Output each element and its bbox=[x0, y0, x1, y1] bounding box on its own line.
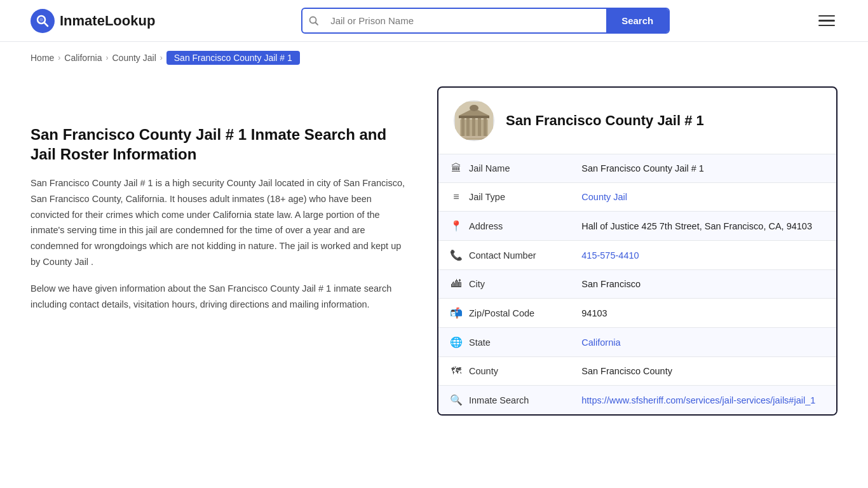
table-label: 🏛Jail Name bbox=[438, 154, 566, 182]
svg-rect-8 bbox=[466, 117, 470, 136]
row-icon: 📬 bbox=[450, 307, 463, 319]
svg-rect-12 bbox=[459, 116, 489, 118]
row-icon: 🔍 bbox=[450, 394, 463, 406]
svg-line-4 bbox=[316, 22, 318, 25]
row-icon: 🏙 bbox=[450, 278, 463, 290]
card-header: San Francisco County Jail # 1 bbox=[438, 88, 836, 154]
search-icon bbox=[302, 16, 325, 26]
breadcrumb-sep-3: › bbox=[160, 53, 163, 62]
search-area: Search bbox=[301, 8, 670, 34]
hamburger-line-3 bbox=[818, 25, 835, 27]
table-value: San Francisco bbox=[570, 270, 836, 299]
row-icon: 🌐 bbox=[450, 336, 463, 348]
table-label: 📍Address bbox=[438, 212, 566, 240]
row-icon: 📞 bbox=[450, 249, 463, 261]
hamburger-line-2 bbox=[818, 20, 835, 22]
svg-point-2 bbox=[39, 18, 43, 22]
table-value: San Francisco County bbox=[570, 357, 836, 386]
table-label: 🏙City bbox=[438, 270, 566, 298]
search-button[interactable]: Search bbox=[606, 9, 668, 32]
table-value[interactable]: County Jail bbox=[570, 183, 836, 212]
table-row: 🔍Inmate Searchhttps://www.sfsheriff.com/… bbox=[438, 386, 836, 415]
search-wrapper: Search bbox=[301, 8, 670, 34]
svg-rect-7 bbox=[461, 117, 465, 136]
breadcrumb-state[interactable]: California bbox=[64, 53, 102, 63]
card-title: San Francisco County Jail # 1 bbox=[506, 112, 704, 129]
right-column: San Francisco County Jail # 1 🏛Jail Name… bbox=[437, 86, 837, 416]
table-row: 📍AddressHall of Justice 425 7th Street, … bbox=[438, 212, 836, 241]
svg-rect-16 bbox=[456, 138, 492, 140]
row-icon: ≡ bbox=[450, 191, 463, 203]
table-row: ≡Jail TypeCounty Jail bbox=[438, 183, 836, 212]
svg-point-14 bbox=[470, 105, 478, 111]
table-row: 🌐StateCalifornia bbox=[438, 328, 836, 357]
svg-rect-10 bbox=[478, 117, 481, 136]
breadcrumb-home[interactable]: Home bbox=[31, 53, 54, 63]
table-value-link[interactable]: California bbox=[581, 337, 620, 348]
breadcrumb: Home › California › County Jail › San Fr… bbox=[0, 42, 868, 74]
table-value: 94103 bbox=[570, 299, 836, 328]
table-label: 🔍Inmate Search bbox=[438, 386, 566, 414]
page-title: San Francisco County Jail # 1 Inmate Sea… bbox=[31, 125, 412, 164]
hamburger-menu[interactable] bbox=[816, 13, 837, 29]
table-value[interactable]: 415-575-4410 bbox=[570, 241, 836, 270]
table-row: 📬Zip/Postal Code94103 bbox=[438, 299, 836, 328]
breadcrumb-category[interactable]: County Jail bbox=[112, 53, 156, 63]
logo-icon bbox=[31, 9, 55, 33]
svg-rect-11 bbox=[484, 117, 487, 136]
logo[interactable]: InmateLookup bbox=[31, 9, 155, 33]
table-label: 📬Zip/Postal Code bbox=[438, 299, 566, 327]
table-label: ≡Jail Type bbox=[438, 183, 566, 211]
table-row: 📞Contact Number415-575-4410 bbox=[438, 241, 836, 270]
jail-avatar bbox=[454, 100, 494, 141]
table-value[interactable]: https://www.sfsheriff.com/services/jail-… bbox=[570, 386, 836, 415]
logo-text: InmateLookup bbox=[60, 13, 155, 29]
table-value-link[interactable]: https://www.sfsheriff.com/services/jail-… bbox=[581, 395, 815, 405]
svg-line-1 bbox=[44, 22, 48, 26]
breadcrumb-current: San Francisco County Jail # 1 bbox=[166, 51, 300, 65]
table-label: 📞Contact Number bbox=[438, 241, 566, 269]
table-row: 🗺CountySan Francisco County bbox=[438, 357, 836, 386]
svg-rect-9 bbox=[472, 117, 475, 136]
table-value-link[interactable]: County Jail bbox=[581, 192, 627, 202]
info-table: 🏛Jail NameSan Francisco County Jail # 1≡… bbox=[438, 154, 836, 414]
breadcrumb-sep-1: › bbox=[58, 53, 60, 62]
svg-rect-15 bbox=[458, 136, 491, 138]
table-label: 🗺County bbox=[438, 357, 566, 385]
row-icon: 🗺 bbox=[450, 365, 463, 377]
site-header: InmateLookup Search bbox=[0, 0, 868, 42]
row-icon: 📍 bbox=[450, 220, 463, 232]
row-icon: 🏛 bbox=[450, 163, 463, 174]
search-input[interactable] bbox=[325, 9, 606, 32]
table-row: 🏛Jail NameSan Francisco County Jail # 1 bbox=[438, 154, 836, 183]
table-value-link[interactable]: 415-575-4410 bbox=[581, 250, 639, 261]
table-row: 🏙CitySan Francisco bbox=[438, 270, 836, 299]
page-description-2: Below we have given information about th… bbox=[31, 281, 412, 312]
info-card: San Francisco County Jail # 1 🏛Jail Name… bbox=[437, 86, 837, 416]
page-description-1: San Francisco County Jail # 1 is a high … bbox=[31, 175, 412, 269]
table-label: 🌐State bbox=[438, 328, 566, 356]
left-column: San Francisco County Jail # 1 Inmate Sea… bbox=[31, 86, 437, 416]
hamburger-line-1 bbox=[818, 15, 835, 17]
table-value: San Francisco County Jail # 1 bbox=[570, 154, 836, 183]
main-content: San Francisco County Jail # 1 Inmate Sea… bbox=[0, 74, 868, 441]
table-value: Hall of Justice 425 7th Street, San Fran… bbox=[570, 212, 836, 241]
table-value[interactable]: California bbox=[570, 328, 836, 357]
breadcrumb-sep-2: › bbox=[106, 53, 109, 62]
